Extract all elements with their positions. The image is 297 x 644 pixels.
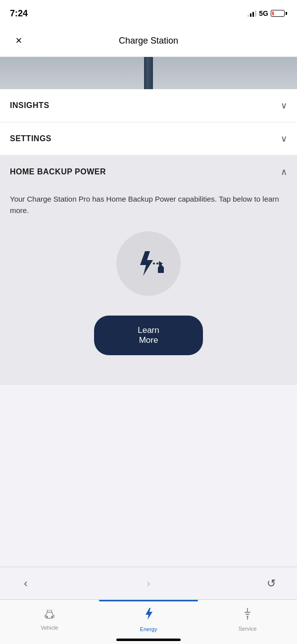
hero-cable [144, 57, 153, 89]
svg-marker-7 [146, 608, 152, 620]
vehicle-tab-label: Vehicle [41, 625, 58, 631]
learn-more-container: Learn More [10, 316, 287, 370]
page-title: Charge Station [119, 36, 178, 46]
battery-tip [286, 12, 287, 15]
browser-bar: ‹ › ↺ [0, 567, 297, 599]
battery-body [271, 10, 285, 17]
home-backup-chevron-icon: ∧ [281, 166, 287, 177]
settings-header[interactable]: SETTINGS ∨ [0, 122, 297, 155]
battery-indicator [271, 10, 287, 17]
refresh-button[interactable]: ↺ [260, 573, 282, 594]
power-icon-container [10, 231, 287, 296]
signal-bar-4 [255, 10, 256, 17]
svg-point-6 [51, 616, 53, 618]
tab-energy[interactable]: Energy [99, 600, 198, 644]
energy-tab-label: Energy [140, 626, 157, 632]
home-backup-content: Your Charge Station Pro has Home Backup … [0, 188, 297, 385]
status-right: 5G [248, 9, 287, 17]
svg-point-5 [46, 616, 48, 618]
svg-marker-0 [140, 251, 153, 276]
status-time: 7:24 [10, 8, 28, 19]
service-tab-label: Service [239, 626, 257, 632]
back-button[interactable]: ‹ [15, 573, 37, 594]
status-bar: 7:24 5G [0, 0, 297, 25]
power-icon-circle [116, 231, 181, 296]
service-icon [242, 607, 253, 623]
signal-bar-2 [250, 13, 251, 17]
insights-header[interactable]: INSIGHTS ∨ [0, 89, 297, 122]
tab-service[interactable]: Service [198, 600, 297, 644]
battery-fill [272, 11, 274, 15]
network-type: 5G [259, 9, 268, 17]
home-backup-title: HOME BACKUP POWER [10, 167, 106, 176]
close-icon: × [16, 34, 22, 47]
nav-header: × Charge Station [0, 25, 297, 57]
learn-more-button[interactable]: Learn More [94, 316, 203, 355]
home-indicator [116, 639, 181, 641]
home-backup-header[interactable]: HOME BACKUP POWER ∧ [0, 156, 297, 188]
insights-chevron-icon: ∨ [281, 100, 287, 111]
insights-section: INSIGHTS ∨ [0, 89, 297, 122]
hero-image [0, 57, 297, 89]
tab-bar: Vehicle Energy Service [0, 599, 297, 644]
back-icon: ‹ [24, 577, 27, 590]
refresh-icon: ↺ [267, 577, 276, 590]
home-backup-power-icon [131, 246, 166, 281]
forward-icon: › [147, 577, 150, 590]
signal-bar-3 [252, 12, 254, 17]
signal-bars [248, 10, 256, 17]
energy-icon [144, 607, 153, 624]
insights-title: INSIGHTS [10, 101, 50, 110]
svg-rect-3 [158, 267, 164, 273]
settings-chevron-icon: ∨ [281, 133, 287, 144]
vehicle-icon [43, 608, 56, 622]
settings-section: SETTINGS ∨ [0, 122, 297, 156]
signal-bar-1 [248, 15, 249, 17]
settings-title: SETTINGS [10, 134, 51, 143]
home-backup-section: HOME BACKUP POWER ∧ Your Charge Station … [0, 156, 297, 385]
home-backup-description: Your Charge Station Pro has Home Backup … [10, 193, 287, 216]
svg-marker-4 [158, 264, 164, 268]
tab-active-indicator [99, 600, 198, 601]
forward-button[interactable]: › [138, 573, 159, 594]
tab-vehicle[interactable]: Vehicle [0, 600, 99, 644]
close-button[interactable]: × [10, 32, 28, 50]
